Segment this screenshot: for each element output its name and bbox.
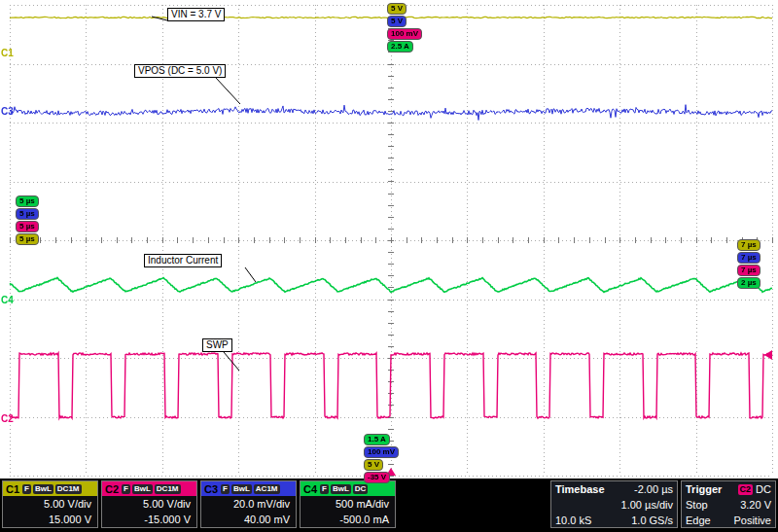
value-badge: 2.5 A [387, 41, 413, 53]
timebase-box[interactable]: Timebase -2.00 µs 1.00 µs/div 10.0 kS 1.… [550, 480, 678, 528]
trigger-box[interactable]: Trigger C2 DC Stop 3.20 V Edge Positive [681, 480, 776, 528]
value-badge: 100 mV [387, 28, 422, 40]
badge-stack-mid-left: 5 µs5 µs5 µs5 µs [16, 195, 39, 246]
vin-annotation[interactable]: VIN = 3.7 V [167, 8, 225, 21]
channel-id: C4 [303, 483, 317, 495]
bandwidth-limit-tag: BwL [33, 484, 53, 494]
value-badge: 5 V [364, 459, 383, 471]
trigger-slope: Positive [733, 513, 771, 528]
channel-offset: -15.000 V [102, 512, 196, 527]
filter-tag: F [320, 484, 329, 494]
trigger-title: Trigger [686, 481, 722, 497]
coupling-tag: DC1M [55, 484, 82, 494]
channel-offset: 15.000 V [3, 512, 97, 527]
value-badge: 5 µs [16, 221, 39, 232]
trigger-coupling: DC [756, 481, 771, 497]
channel-id: C3 [204, 483, 218, 495]
coupling-tag: AC1M [254, 484, 280, 494]
c3-position-marker[interactable]: C3 [1, 106, 14, 117]
sample-count: 10.0 kS [555, 513, 591, 528]
swp-annotation[interactable]: SWP [202, 338, 232, 352]
coupling-tag: DC1M [155, 484, 181, 494]
badge-stack-mid-right: 7 µs7 µs7 µs2 µs [737, 239, 760, 290]
inductor-current-annotation[interactable]: Inductor Current [144, 254, 222, 267]
badge-stack-top-center: 5 V5 V100 mV2.5 A [387, 3, 422, 53]
badge-stack-bottom-center: 1.5 A100 mV5 V-35 V [364, 434, 399, 484]
value-badge: 5 µs [16, 195, 39, 207]
trigger-source-channel: C2 [738, 484, 754, 495]
channel-descriptor-c3[interactable]: C3 F BwL AC1M 20.0 mV/div 40.00 mV [200, 480, 297, 528]
channel-header: C3 F BwL AC1M [201, 481, 296, 496]
value-badge: 7 µs [737, 239, 760, 251]
bandwidth-limit-tag: BwL [231, 484, 252, 494]
filter-tag: F [122, 484, 130, 494]
channel-scale: 20.0 mV/div [201, 496, 296, 512]
timebase-title: Timebase [555, 481, 605, 497]
waveform-plot-area: VIN = 3.7 V VPOS (DC = 5.0 V) Inductor C… [0, 0, 778, 479]
channel-header: C2 F BwL DC1M [102, 481, 196, 496]
c1-position-marker[interactable]: C1 [1, 48, 14, 58]
value-badge: 5 µs [16, 233, 39, 245]
c4-position-marker[interactable]: C4 [1, 295, 14, 305]
trigger-source: C2 DC [738, 481, 771, 497]
channel-descriptor-c4[interactable]: C4 F BwL DC 500 mA/div -500.0 mA [300, 480, 396, 528]
trigger-type: Edge [686, 513, 711, 528]
value-badge: -35 V [364, 472, 390, 483]
channel-offset: -500.0 mA [301, 512, 395, 527]
channel-descriptor-c2[interactable]: C2 F BwL DC1M 5.00 V/div -15.000 V [101, 480, 197, 528]
value-badge: 1.5 A [364, 434, 390, 445]
bandwidth-limit-tag: BwL [331, 484, 351, 494]
value-badge: 2 µs [737, 277, 760, 289]
bandwidth-limit-tag: BwL [132, 484, 153, 494]
channel-id: C1 [6, 483, 19, 495]
channel-scale: 5.00 V/div [102, 496, 196, 512]
trigger-level: 3.20 V [740, 497, 771, 513]
value-badge: 7 µs [737, 265, 760, 276]
value-badge: 5 µs [16, 208, 39, 220]
channel-header: C1 F BwL DC1M [3, 481, 97, 496]
c2-position-marker[interactable]: C2 [1, 413, 14, 424]
channel-descriptor-c1[interactable]: C1 F BwL DC1M 5.00 V/div 15.000 V [2, 480, 98, 528]
channel-id: C2 [105, 483, 119, 495]
value-badge: 100 mV [364, 446, 399, 458]
waveform-canvas [0, 0, 778, 479]
sample-rate: 1.0 GS/s [631, 513, 673, 528]
timebase-delay: -2.00 µs [634, 481, 673, 497]
value-badge: 5 V [387, 3, 407, 15]
channel-offset: 40.00 mV [201, 512, 296, 527]
value-badge: 7 µs [737, 252, 760, 264]
channel-scale: 5.00 V/div [3, 496, 97, 512]
status-bar: C1 F BwL DC1M 5.00 V/div 15.000 V C2 F B… [0, 479, 778, 532]
acquisition-mode: Stop [686, 497, 708, 513]
timebase-scale: 1.00 µs/div [621, 497, 673, 513]
oscilloscope-screen: VIN = 3.7 V VPOS (DC = 5.0 V) Inductor C… [0, 0, 778, 532]
filter-tag: F [221, 484, 230, 494]
filter-tag: F [22, 484, 31, 494]
channel-scale: 500 mA/div [301, 496, 395, 512]
vpos-annotation[interactable]: VPOS (DC = 5.0 V) [134, 64, 226, 78]
value-badge: 5 V [387, 16, 407, 27]
coupling-tag: DC [353, 484, 369, 494]
